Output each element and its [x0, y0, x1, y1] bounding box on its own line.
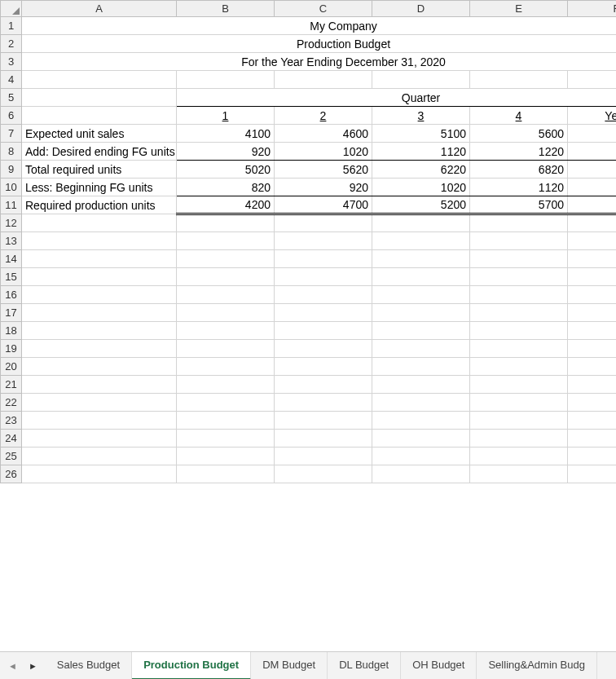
cell-F18[interactable] — [568, 322, 617, 340]
cell-E22[interactable] — [470, 394, 568, 412]
col-label-q2[interactable]: 2 — [275, 107, 372, 125]
cell-F21[interactable] — [568, 376, 617, 394]
cell-E16[interactable] — [470, 286, 568, 304]
cell-B4[interactable] — [177, 71, 275, 89]
tab-sales-budget[interactable]: Sales Budget — [46, 652, 132, 679]
cell-B20[interactable] — [177, 358, 275, 376]
cell-D4[interactable] — [372, 71, 470, 89]
cell-period[interactable]: For the Year Ending December 31, 2020 — [22, 53, 617, 71]
cell-B13[interactable] — [177, 232, 275, 250]
label-expected[interactable]: Expected unit sales — [22, 125, 177, 143]
col-header-B[interactable]: B — [177, 1, 275, 17]
cell-B16[interactable] — [177, 286, 275, 304]
row-header-23[interactable]: 23 — [1, 412, 22, 430]
cell-E24[interactable] — [470, 430, 568, 448]
val-required-q3[interactable]: 5200 — [372, 196, 470, 214]
cell-E25[interactable] — [470, 448, 568, 465]
row-header-3[interactable]: 3 — [1, 53, 22, 71]
cell-C21[interactable] — [275, 376, 372, 394]
val-required-year[interactable]: 16740 — [568, 196, 617, 214]
val-addend-q1[interactable]: 920 — [177, 143, 275, 161]
row-header-18[interactable]: 18 — [1, 322, 22, 340]
cell-F20[interactable] — [568, 358, 617, 376]
col-label-year[interactable]: Year — [568, 107, 617, 125]
cell-C17[interactable] — [275, 304, 372, 322]
row-header-2[interactable]: 2 — [1, 35, 22, 53]
cell-D16[interactable] — [372, 286, 470, 304]
cell-F23[interactable] — [568, 412, 617, 430]
row-header-4[interactable]: 4 — [1, 71, 22, 89]
val-total-q4[interactable]: 6820 — [470, 161, 568, 179]
cell-D17[interactable] — [372, 304, 470, 322]
cell-A16[interactable] — [22, 286, 177, 304]
cell-A24[interactable] — [22, 430, 177, 448]
cell-B26[interactable] — [177, 465, 275, 483]
cell-F19[interactable] — [568, 340, 617, 358]
cell-D23[interactable] — [372, 412, 470, 430]
row-header-5[interactable]: 5 — [1, 89, 22, 107]
cell-A4[interactable] — [22, 71, 177, 89]
val-lessbeg-year[interactable]: 3880 — [568, 179, 617, 196]
col-header-A[interactable]: A — [22, 1, 177, 17]
row-header-21[interactable]: 21 — [1, 376, 22, 394]
cell-B15[interactable] — [177, 268, 275, 286]
cell-D20[interactable] — [372, 358, 470, 376]
cell-D15[interactable] — [372, 268, 470, 286]
label-required[interactable]: Required production units — [22, 196, 177, 214]
row-header-8[interactable]: 8 — [1, 143, 22, 161]
cell-C22[interactable] — [275, 394, 372, 412]
cell-F12[interactable] — [568, 214, 617, 232]
cell-D22[interactable] — [372, 394, 470, 412]
val-required-q1[interactable]: 4200 — [177, 196, 275, 214]
cell-B19[interactable] — [177, 340, 275, 358]
cell-C12[interactable] — [275, 214, 372, 232]
cell-A15[interactable] — [22, 268, 177, 286]
cell-F22[interactable] — [568, 394, 617, 412]
cell-C13[interactable] — [275, 232, 372, 250]
tab-nav-next-icon[interactable]: ► — [29, 661, 37, 671]
col-header-D[interactable]: D — [372, 1, 470, 17]
row-header-7[interactable]: 7 — [1, 125, 22, 143]
val-lessbeg-q4[interactable]: 1120 — [470, 179, 568, 196]
cell-company-title[interactable]: My Company — [22, 17, 617, 35]
col-header-E[interactable]: E — [470, 1, 568, 17]
cell-D25[interactable] — [372, 448, 470, 465]
select-all-corner[interactable] — [1, 1, 22, 17]
cell-B18[interactable] — [177, 322, 275, 340]
row-header-24[interactable]: 24 — [1, 430, 22, 448]
cell-B24[interactable] — [177, 430, 275, 448]
val-addend-q4[interactable]: 1220 — [470, 143, 568, 161]
row-header-17[interactable]: 17 — [1, 304, 22, 322]
row-header-9[interactable]: 9 — [1, 161, 22, 179]
cell-E17[interactable] — [470, 304, 568, 322]
tab-selling-admin-budget[interactable]: Selling&Admin Budg — [477, 652, 597, 679]
cell-F17[interactable] — [568, 304, 617, 322]
val-expected-year[interactable]: 19400 — [568, 125, 617, 143]
val-expected-q3[interactable]: 5100 — [372, 125, 470, 143]
cell-quarter-header[interactable]: Quarter — [177, 89, 617, 107]
cell-F25[interactable] — [568, 448, 617, 465]
val-addend-year[interactable]: 1220 — [568, 143, 617, 161]
cell-B17[interactable] — [177, 304, 275, 322]
cell-D13[interactable] — [372, 232, 470, 250]
row-header-26[interactable]: 26 — [1, 465, 22, 483]
cell-E13[interactable] — [470, 232, 568, 250]
cell-C23[interactable] — [275, 412, 372, 430]
tab-oh-budget[interactable]: OH Budget — [401, 652, 477, 679]
row-header-14[interactable]: 14 — [1, 250, 22, 268]
row-header-12[interactable]: 12 — [1, 214, 22, 232]
val-lessbeg-q3[interactable]: 1020 — [372, 179, 470, 196]
cell-A23[interactable] — [22, 412, 177, 430]
spreadsheet-grid[interactable]: A B C D E F 1 My Company 2 Production Bu… — [0, 0, 616, 651]
cell-A20[interactable] — [22, 358, 177, 376]
cell-A25[interactable] — [22, 448, 177, 465]
cell-A5[interactable] — [22, 89, 177, 107]
cell-F16[interactable] — [568, 286, 617, 304]
val-addend-q2[interactable]: 1020 — [275, 143, 372, 161]
cell-D24[interactable] — [372, 430, 470, 448]
row-header-16[interactable]: 16 — [1, 286, 22, 304]
col-label-q3[interactable]: 3 — [372, 107, 470, 125]
cell-B21[interactable] — [177, 376, 275, 394]
cell-E19[interactable] — [470, 340, 568, 358]
cell-B25[interactable] — [177, 448, 275, 465]
